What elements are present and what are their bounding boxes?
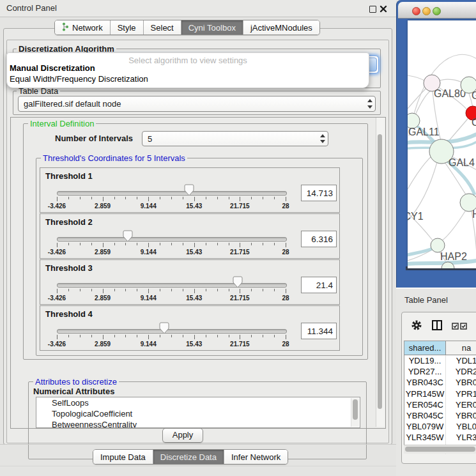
close-icon[interactable] (380, 5, 387, 13)
float-window-icon[interactable] (369, 6, 376, 13)
slider-track[interactable] (57, 283, 287, 288)
tick-mark (274, 197, 275, 199)
tick-mark (229, 197, 229, 199)
tick-label: 9.144 (141, 295, 157, 302)
algorithm-option-manual-discretization[interactable]: Manual Discretization (10, 63, 95, 73)
table-row[interactable]: YDL19...YDL1 (404, 355, 476, 366)
table-row[interactable]: YBR043CYBR0 (404, 377, 476, 388)
threshold-value-field[interactable]: 6.316 (301, 231, 337, 247)
tick-mark (103, 243, 104, 247)
attributes-scrollbar-thumb[interactable] (353, 399, 358, 420)
network-node-hap2[interactable] (431, 238, 445, 252)
cell[interactable]: YLR3 (446, 432, 476, 443)
tab-network[interactable]: Network (55, 20, 110, 35)
slider-thumb[interactable] (184, 184, 194, 196)
tick-mark (171, 289, 172, 291)
threshold-row: Threshold 4 -3.4262.8599.14415.4321.7152… (40, 305, 340, 351)
cell[interactable]: YLR345W (404, 432, 446, 443)
cell[interactable]: YBR043C (404, 377, 446, 388)
slider-thumb[interactable] (233, 276, 243, 288)
table-data-select[interactable]: galFiltered.sif default node (18, 96, 376, 112)
network-edge[interactable] (440, 79, 463, 83)
cell[interactable]: YER0 (446, 399, 476, 410)
table-row[interactable]: YDR27...YDR2 (404, 366, 476, 377)
settings-scrollbar-thumb[interactable] (378, 134, 382, 409)
network-icon (62, 22, 69, 33)
mode-tab-discretize-data[interactable]: Discretize Data (153, 450, 224, 464)
slider-track[interactable] (57, 237, 287, 242)
apply-button[interactable]: Apply (162, 428, 203, 443)
table-row[interactable]: YLR345WYLR3 (404, 432, 476, 443)
attributes-scrollbar[interactable] (351, 398, 359, 427)
tab-style[interactable]: Style (110, 20, 143, 35)
tick-label: 28 (282, 203, 289, 210)
attribute-item-selfloops[interactable]: SelfLoops (36, 397, 360, 408)
network-canvas[interactable]: GAL80GCGAL11GAL4GCY1HHAP2 (408, 20, 476, 268)
slider[interactable]: -3.4262.8599.14415.4321.71528 (57, 168, 286, 212)
tab-jactivemnodules[interactable]: jActiveMNodules (243, 20, 319, 35)
threshold-row: Threshold 2 -3.4262.8599.14415.4321.7152… (40, 213, 340, 259)
slider-track[interactable] (57, 191, 287, 196)
settings-gear-icon[interactable] (411, 319, 422, 334)
network-window-titlebar[interactable] (398, 2, 476, 19)
table-row[interactable]: YBL079WYBL0 (404, 421, 476, 432)
slider[interactable]: -3.4262.8599.14415.4321.71528 (57, 214, 286, 258)
attributes-listbox[interactable]: SelfLoopsTopologicalCoefficientBetweenne… (36, 397, 360, 428)
network-edge[interactable] (408, 155, 433, 189)
number-of-intervals-select[interactable]: 5 (142, 131, 328, 146)
cell[interactable]: YDR2 (446, 366, 476, 377)
stepper-arrows-icon[interactable] (365, 96, 375, 111)
cell[interactable]: YBR045C (404, 410, 446, 421)
cell[interactable]: YPR145W (404, 388, 446, 399)
cell[interactable]: YDL19... (404, 355, 446, 366)
close-traffic-light[interactable] (412, 7, 420, 15)
number-of-intervals-label: Number of Intervals (55, 134, 133, 143)
table-hscrollbar[interactable] (404, 445, 476, 454)
slider-track[interactable] (57, 329, 287, 334)
tick-label: 2.859 (95, 341, 111, 348)
zoom-traffic-light[interactable] (433, 7, 441, 15)
settings-scrollbar[interactable] (376, 118, 385, 427)
network-edge[interactable] (408, 75, 425, 81)
column-header-shared[interactable]: shared... (404, 341, 446, 355)
algorithm-option-equal-width-frequency-discretization[interactable]: Equal Width/Frequency Discretization (10, 74, 148, 84)
split-columns-icon[interactable] (431, 319, 443, 334)
table-hscrollbar-thumb[interactable] (405, 447, 475, 452)
cell[interactable]: YBL079W (404, 421, 446, 432)
column-header-na[interactable]: na (446, 341, 476, 355)
threshold-value-field[interactable]: 14.713 (301, 185, 337, 201)
slider[interactable]: -3.4262.8599.14415.4321.71528 (57, 260, 286, 304)
attribute-item-topologicalcoefficient[interactable]: TopologicalCoefficient (36, 408, 360, 419)
tick-mark (286, 289, 286, 293)
tab-select[interactable]: Select (143, 20, 181, 35)
cell[interactable]: YDL1 (446, 355, 476, 366)
slider[interactable]: -3.4262.8599.14415.4321.71528 (57, 306, 286, 350)
node-label: GAL80 (434, 88, 466, 99)
checkbox-icon[interactable] (460, 321, 467, 332)
threshold-value-field[interactable]: 21.4 (301, 277, 337, 293)
table-row[interactable]: YER054CYER0 (404, 399, 476, 410)
slider-thumb[interactable] (159, 322, 169, 334)
stepper-arrows-icon[interactable] (318, 132, 328, 146)
minimize-traffic-light[interactable] (422, 7, 431, 15)
table-row[interactable]: YPR145WYPR1 (404, 388, 476, 399)
checkbox-icon[interactable] (452, 321, 459, 332)
mode-tab-impute-data[interactable]: Impute Data (93, 450, 153, 464)
slider-thumb[interactable] (123, 230, 133, 242)
cell[interactable]: YDR27... (404, 366, 446, 377)
tick-label: 2.859 (95, 203, 111, 210)
cell[interactable]: YBR0 (446, 410, 476, 421)
tick-mark (240, 335, 240, 339)
mode-tab-infer-network[interactable]: Infer Network (224, 450, 288, 464)
network-edge[interactable] (408, 248, 434, 258)
attribute-item-betweennesscentrality[interactable]: BetweennessCentrality (36, 419, 360, 428)
tick-mark (91, 243, 92, 245)
cell[interactable]: YBL0 (446, 421, 476, 432)
cell[interactable]: YPR1 (446, 388, 476, 399)
cell[interactable]: YER054C (404, 399, 446, 410)
network-edge[interactable] (441, 210, 466, 241)
tab-cyni-toolbox[interactable]: Cyni Toolbox (181, 20, 243, 35)
cell[interactable]: YBR0 (446, 377, 476, 388)
threshold-value-field[interactable]: 11.344 (301, 323, 337, 339)
table-row[interactable]: YBR045CYBR0 (404, 410, 476, 421)
